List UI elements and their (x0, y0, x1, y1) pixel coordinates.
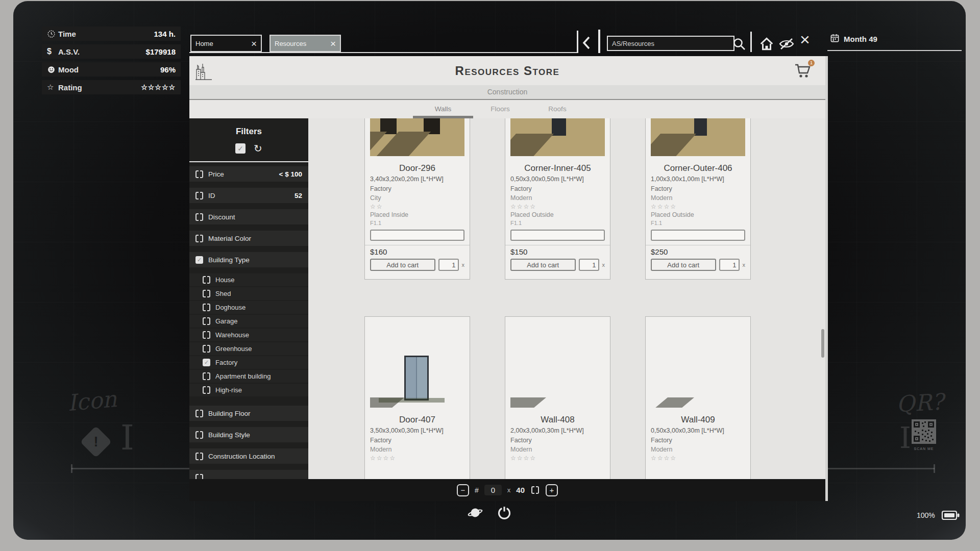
filter-option-garage[interactable]: Garage (189, 315, 308, 328)
filter-option-label: Greenhouse (215, 345, 252, 353)
checkbox[interactable] (203, 317, 210, 325)
tab-floors[interactable]: Floors (480, 100, 521, 118)
page-times-label: x (507, 486, 511, 494)
product-dimensions: 3,50x3,00x0,30m [L*H*W] (370, 427, 464, 437)
filter-discount[interactable]: Discount (189, 209, 308, 224)
checkbox[interactable] (203, 359, 210, 366)
filter-building-type[interactable]: Building Type (189, 252, 308, 267)
eye-off-icon[interactable] (778, 37, 795, 53)
store-tabs: WallsFloorsRoofs (189, 100, 825, 118)
planet-icon[interactable] (467, 505, 484, 523)
quantity-input[interactable] (719, 259, 740, 271)
power-icon[interactable] (497, 505, 512, 522)
stat-value: ☆☆☆☆☆ (141, 83, 176, 91)
product-placement: Placed Outside (510, 211, 605, 220)
store-header: Resources Store 1 (189, 56, 825, 86)
mood-icon (47, 65, 58, 74)
page-plus-button[interactable]: + (546, 484, 558, 496)
cart-badge: 1 (808, 60, 815, 66)
add-to-cart-button[interactable]: Add to cart (370, 259, 435, 271)
image-part (694, 118, 707, 136)
filter-option-high-rise[interactable]: High-rise (189, 384, 308, 396)
product-name: Door-407 (370, 415, 464, 427)
checkbox[interactable] (195, 213, 203, 221)
back-button[interactable] (580, 35, 594, 53)
refresh-icon[interactable]: ↻ (254, 143, 262, 154)
checkbox[interactable] (195, 256, 203, 264)
checkbox[interactable] (203, 372, 210, 380)
checkbox[interactable] (195, 235, 203, 242)
product-dimensions: 1,00x3,00x1,00m [L*H*W] (651, 176, 745, 185)
filters-master-checkbox[interactable] (235, 143, 246, 154)
filter-construction-location[interactable]: Construction Location (189, 448, 308, 464)
category-tab[interactable]: Construction (189, 85, 825, 100)
checkbox[interactable] (195, 431, 203, 439)
add-to-cart-button[interactable]: Add to cart (510, 259, 576, 271)
product-floor (651, 471, 745, 479)
product-note-input[interactable] (651, 230, 745, 241)
product-stars: ☆☆ (370, 203, 464, 211)
filter-building-style[interactable]: Building Style (189, 427, 308, 442)
divider (577, 31, 578, 53)
image-part (510, 397, 546, 408)
filter-price[interactable]: Price< $ 100 (189, 166, 308, 182)
checkbox[interactable] (203, 345, 210, 353)
filter-material-color[interactable]: Material Color (189, 231, 308, 246)
filter-label: Building Floor (208, 410, 251, 417)
image-part (552, 118, 566, 136)
address-input[interactable] (607, 36, 734, 51)
filter-building-floor[interactable]: Building Floor (189, 406, 308, 421)
filter-cutoff[interactable] (189, 470, 308, 479)
quantity-suffix: x (462, 262, 465, 268)
filter-option-shed[interactable]: Shed (189, 287, 308, 300)
filter-option-greenhouse[interactable]: Greenhouse (189, 342, 308, 355)
add-to-cart-button[interactable]: Add to cart (651, 259, 716, 271)
store-body: Filters ↻ Price< $ 100ID52DiscountMateri… (189, 118, 825, 479)
filters-controls: ↻ (189, 142, 308, 155)
warning-diamond-icon: ! (80, 426, 112, 458)
checkbox[interactable] (203, 290, 210, 297)
filter-option-warehouse[interactable]: Warehouse (189, 329, 308, 341)
browser-tab-home[interactable]: Home× (190, 35, 262, 52)
checkbox[interactable] (195, 453, 203, 460)
quantity-input[interactable] (579, 259, 599, 271)
product-dimensions: 2,00x3,00x0,30m [L*H*W] (510, 427, 605, 437)
checkbox[interactable] (203, 331, 210, 339)
checkbox[interactable] (195, 410, 203, 417)
tab-close-icon[interactable]: × (330, 39, 336, 48)
filter-option-factory[interactable]: Factory (189, 356, 308, 369)
checkbox[interactable] (203, 276, 210, 284)
checkbox[interactable] (203, 304, 210, 311)
product-dimensions: 3,40x3,20x0,20m [L*H*W] (370, 176, 464, 185)
checkbox[interactable] (195, 474, 203, 480)
browser-tab-resources[interactable]: Resources× (270, 35, 341, 52)
filter-option-doghouse[interactable]: Doghouse (189, 301, 308, 314)
tab-roofs[interactable]: Roofs (537, 100, 578, 118)
filter-option-house[interactable]: House (189, 273, 308, 286)
filter-id[interactable]: ID52 (189, 188, 308, 203)
product-note-input[interactable] (370, 230, 464, 241)
checkbox[interactable] (203, 386, 210, 394)
checkbox[interactable] (195, 192, 203, 199)
home-icon[interactable] (759, 36, 774, 54)
tab-close-icon[interactable]: × (251, 39, 257, 48)
stat-value: $179918 (146, 47, 176, 56)
page-checkbox[interactable] (531, 486, 539, 494)
search-icon[interactable] (732, 37, 746, 53)
text-cursor-icon: I (120, 417, 134, 458)
cart-button[interactable]: 1 (794, 62, 812, 80)
resources-store-window: Resources Store 1 Construction WallsFloo… (189, 56, 825, 501)
checkbox[interactable] (195, 170, 203, 178)
image-part (651, 134, 696, 156)
page-minus-button[interactable]: − (457, 484, 469, 496)
image-part (655, 397, 694, 408)
filter-option-apartment-building[interactable]: Apartment building (189, 370, 308, 383)
close-icon[interactable]: × (800, 31, 810, 48)
product-note-input[interactable] (510, 230, 605, 241)
product-footer: $160Add to cartx (365, 245, 470, 271)
filter-option-label: Warehouse (215, 331, 249, 339)
product-building-type: Factory (370, 185, 464, 194)
grid-scrollbar[interactable] (821, 329, 824, 358)
quantity-input[interactable] (438, 259, 459, 271)
filter-option-label: Doghouse (215, 304, 246, 311)
